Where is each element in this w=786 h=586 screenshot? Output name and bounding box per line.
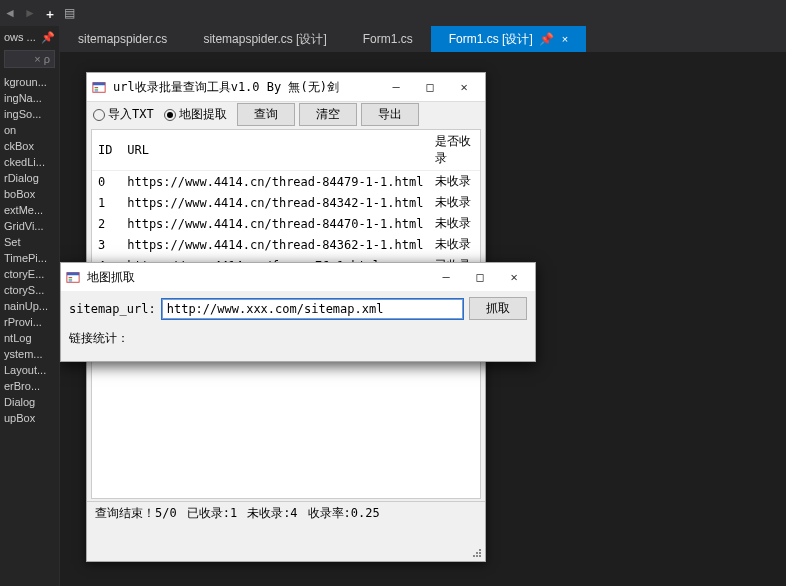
toolbox-item[interactable]: rDialog — [0, 170, 59, 186]
toolbox-item[interactable]: ctoryS... — [0, 282, 59, 298]
svg-rect-1 — [93, 83, 105, 86]
cell-status: 未收录 — [429, 192, 480, 213]
cell-url: https://www.4414.cn/thread-84362-1-1.htm… — [121, 234, 429, 255]
dialog-maximize-button[interactable]: □ — [463, 266, 497, 288]
document-tab[interactable]: Form1.cs [设计]📌× — [431, 26, 586, 52]
form-icon — [65, 269, 81, 285]
search-clear-icon[interactable]: × — [34, 53, 40, 65]
status-notindexed: 未收录:4 — [247, 505, 297, 522]
pin-icon[interactable]: 📌 — [41, 31, 55, 44]
toolbox-header: ows ... — [4, 31, 36, 43]
cell-id: 1 — [92, 192, 121, 213]
svg-rect-8 — [473, 555, 475, 557]
dialog-title: 地图抓取 — [87, 269, 429, 286]
toolbox-item[interactable]: Dialog — [0, 394, 59, 410]
sitemap-url-input[interactable] — [162, 299, 463, 319]
maximize-button[interactable]: □ — [413, 76, 447, 98]
col-id[interactable]: ID — [92, 130, 121, 171]
toolbox-item[interactable]: nainUp... — [0, 298, 59, 314]
new-item-icon[interactable]: ＋ — [44, 6, 58, 20]
dialog-minimize-button[interactable]: — — [429, 266, 463, 288]
context-icon[interactable]: ▤ — [64, 6, 78, 20]
close-button[interactable]: ✕ — [447, 76, 481, 98]
export-button[interactable]: 导出 — [361, 103, 419, 126]
table-row[interactable]: 1https://www.4414.cn/thread-84342-1-1.ht… — [92, 192, 480, 213]
svg-rect-6 — [476, 555, 478, 557]
map-fetch-dialog: 地图抓取 — □ ✕ sitemap_url: 抓取 链接统计： — [60, 262, 536, 362]
svg-rect-5 — [479, 555, 481, 557]
designer-surface: url收录批量查询工具v1.0 By 無(无)剑 — □ ✕ 导入TXT 地图提… — [60, 52, 786, 586]
toolbox-item[interactable]: ckBox — [0, 138, 59, 154]
sitemap-url-label: sitemap_url: — [69, 302, 156, 316]
query-button[interactable]: 查询 — [237, 103, 295, 126]
vs-toolbar: ◄ ► ＋ ▤ — [0, 0, 786, 26]
toolbox-item[interactable]: ingSo... — [0, 106, 59, 122]
toolbox-item[interactable]: ckedLi... — [0, 154, 59, 170]
document-tab[interactable]: Form1.cs — [345, 26, 431, 52]
cell-status: 未收录 — [429, 213, 480, 234]
toolbox-item[interactable]: boBox — [0, 186, 59, 202]
status-done: 查询结束！5/0 — [95, 505, 177, 522]
cell-id: 3 — [92, 234, 121, 255]
toolbox-item[interactable]: extMe... — [0, 202, 59, 218]
col-url[interactable]: URL — [121, 130, 429, 171]
svg-rect-4 — [95, 91, 99, 92]
document-tabs: sitemapspider.cssitemapspider.cs [设计]For… — [60, 26, 786, 52]
toolbox-panel: ows ... 📌 × ρ kgroun...ingNa...ingSo...o… — [0, 26, 60, 586]
toolbox-item[interactable]: upBox — [0, 410, 59, 426]
svg-rect-13 — [69, 277, 73, 278]
svg-rect-15 — [69, 281, 73, 282]
nav-fwd-icon[interactable]: ► — [24, 6, 38, 20]
fetch-button[interactable]: 抓取 — [469, 297, 527, 320]
svg-rect-7 — [479, 552, 481, 554]
col-status[interactable]: 是否收录 — [429, 130, 480, 171]
dialog-titlebar[interactable]: 地图抓取 — □ ✕ — [61, 263, 535, 291]
toolbox-item[interactable]: on — [0, 122, 59, 138]
cell-url: https://www.4414.cn/thread-84479-1-1.htm… — [121, 171, 429, 193]
table-row[interactable]: 0https://www.4414.cn/thread-84479-1-1.ht… — [92, 171, 480, 193]
toolbox-item[interactable]: erBro... — [0, 378, 59, 394]
resize-grip-icon[interactable] — [471, 547, 483, 559]
minimize-button[interactable]: — — [379, 76, 413, 98]
radio-map-extract[interactable]: 地图提取 — [164, 106, 227, 123]
toolbox-item[interactable]: ctoryE... — [0, 266, 59, 282]
nav-back-icon[interactable]: ◄ — [4, 6, 18, 20]
document-tab[interactable]: sitemapspider.cs [设计] — [185, 26, 344, 52]
radio-import-txt[interactable]: 导入TXT — [93, 106, 154, 123]
document-tab[interactable]: sitemapspider.cs — [60, 26, 185, 52]
toolbox-item[interactable]: rProvi... — [0, 314, 59, 330]
toolbox-item[interactable]: GridVi... — [0, 218, 59, 234]
svg-rect-14 — [69, 279, 73, 280]
svg-rect-12 — [67, 273, 79, 276]
toolbox-item[interactable]: ingNa... — [0, 90, 59, 106]
cell-id: 0 — [92, 171, 121, 193]
cell-status: 未收录 — [429, 171, 480, 193]
toolbox-item[interactable]: kgroun... — [0, 74, 59, 90]
toolbox-search[interactable]: × ρ — [4, 50, 55, 68]
status-rate: 收录率:0.25 — [308, 505, 380, 522]
main-form-titlebar[interactable]: url收录批量查询工具v1.0 By 無(无)剑 — □ ✕ — [87, 73, 485, 101]
tab-close-icon[interactable]: × — [562, 33, 568, 45]
cell-id: 2 — [92, 213, 121, 234]
svg-rect-2 — [95, 87, 99, 88]
toolbox-item[interactable]: ystem... — [0, 346, 59, 362]
status-bar: 查询结束！5/0 已收录:1 未收录:4 收录率:0.25 — [87, 501, 485, 525]
toolbox-item[interactable]: Layout... — [0, 362, 59, 378]
svg-rect-9 — [476, 552, 478, 554]
toolbox-item[interactable]: ntLog — [0, 330, 59, 346]
dialog-close-button[interactable]: ✕ — [497, 266, 531, 288]
table-row[interactable]: 2https://www.4414.cn/thread-84470-1-1.ht… — [92, 213, 480, 234]
main-form-title: url收录批量查询工具v1.0 By 無(无)剑 — [113, 79, 379, 96]
cell-url: https://www.4414.cn/thread-84470-1-1.htm… — [121, 213, 429, 234]
form-icon — [91, 79, 107, 95]
table-row[interactable]: 3https://www.4414.cn/thread-84362-1-1.ht… — [92, 234, 480, 255]
cell-url: https://www.4414.cn/thread-84342-1-1.htm… — [121, 192, 429, 213]
toolbox-item[interactable]: Set — [0, 234, 59, 250]
main-form-toolbar: 导入TXT 地图提取 查询 清空 导出 — [87, 101, 485, 127]
status-indexed: 已收录:1 — [187, 505, 237, 522]
clear-button[interactable]: 清空 — [299, 103, 357, 126]
tab-pin-icon[interactable]: 📌 — [539, 32, 554, 46]
svg-rect-10 — [479, 549, 481, 551]
svg-rect-3 — [95, 89, 99, 90]
toolbox-item[interactable]: TimePi... — [0, 250, 59, 266]
